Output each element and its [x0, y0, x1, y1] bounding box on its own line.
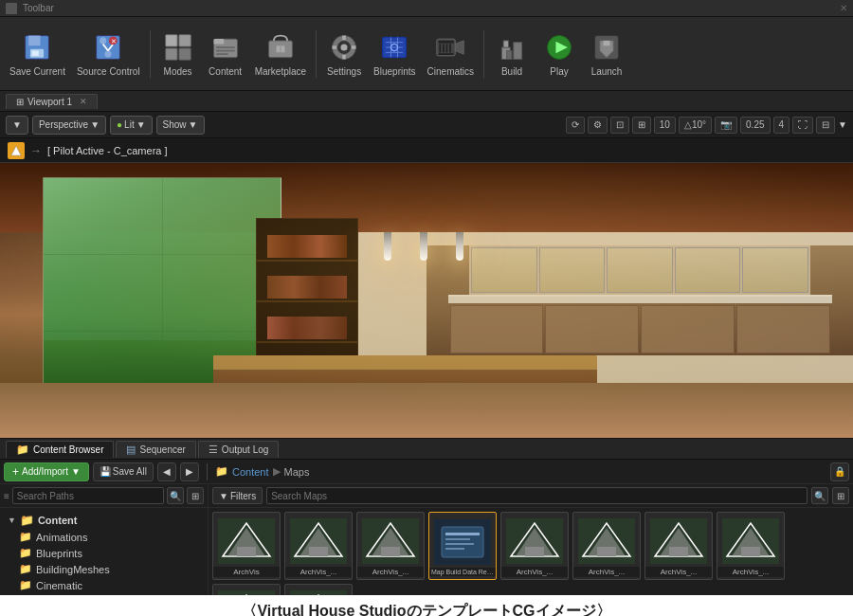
filter-icon: ▼: [219, 491, 228, 501]
marketplace-button[interactable]: Marketplace: [249, 27, 312, 81]
pilot-icon: [8, 142, 25, 159]
sequencer-tab-label: Sequencer: [139, 444, 185, 455]
viewport-render[interactable]: [0, 163, 853, 438]
search-maps-input[interactable]: [266, 487, 808, 504]
asset-preview-4: [429, 516, 496, 568]
vp-maximize-btn[interactable]: ⊡: [610, 117, 629, 134]
folder-content-icon: 📁: [20, 514, 34, 527]
asset-map-build-data[interactable]: Map Build Data Registry: [428, 512, 497, 580]
folder-animations-label: Animations: [36, 532, 87, 543]
viewport-grid-icon: ⊞: [16, 97, 24, 107]
log-tab-icon: ☰: [209, 444, 218, 456]
launch-button[interactable]: Launch: [583, 27, 630, 81]
sequencer-tab-icon: ▤: [126, 444, 136, 456]
svg-rect-1: [29, 36, 41, 46]
svg-rect-47: [503, 41, 508, 47]
vp-camera-icon[interactable]: 📷: [715, 117, 737, 134]
save-all-button[interactable]: 💾 Save All: [93, 462, 154, 481]
vp-camera-speed[interactable]: 4: [773, 117, 790, 134]
vp-fullscreen[interactable]: ⛶: [792, 117, 813, 134]
asset-archvis-7[interactable]: ArchVis_...: [644, 512, 713, 580]
content-browser-tab[interactable]: 📁 Content Browser: [6, 441, 114, 458]
asset-archvis-1[interactable]: ArchVis: [212, 512, 281, 580]
asset-archvis-8[interactable]: ArchVis_...: [717, 512, 785, 580]
add-import-button[interactable]: + Add/Import ▼: [4, 462, 89, 481]
marketplace-icon: [263, 30, 298, 64]
svg-rect-28: [342, 55, 346, 59]
realtime-btn[interactable]: ⟳: [566, 117, 585, 134]
cinematics-icon: [433, 30, 467, 64]
asset-archvis-2[interactable]: ArchVis_...: [284, 512, 353, 580]
svg-point-7: [105, 51, 112, 58]
filters-button[interactable]: ▼ Filters: [212, 487, 263, 504]
folder-animations[interactable]: 📁 Animations: [0, 529, 208, 545]
search-maps-btn[interactable]: 🔍: [811, 487, 828, 504]
svg-rect-29: [333, 45, 336, 49]
show-label: Show: [163, 119, 187, 130]
folder-content[interactable]: ▼ 📁 Content: [0, 512, 208, 529]
source-control-button[interactable]: ✕ Source Control: [71, 27, 146, 81]
settings-button[interactable]: Settings: [320, 27, 368, 81]
asset-archvis-5[interactable]: ArchVis_...: [500, 512, 569, 580]
folder-buildingmeshes[interactable]: 📁 BuildingMeshes: [0, 561, 208, 577]
asset-archvis-6[interactable]: ArchVis_...: [572, 512, 641, 580]
search-paths-input[interactable]: [12, 487, 164, 504]
save-current-button[interactable]: Save Current: [4, 27, 71, 81]
content-icon: [209, 30, 243, 64]
toolbar-close[interactable]: ✕: [840, 3, 847, 13]
dropdown-icon: ▼: [12, 119, 22, 130]
svg-rect-48: [514, 43, 522, 60]
viewport-menu-button[interactable]: ▼: [6, 116, 28, 135]
vp-layout[interactable]: ⊟: [816, 117, 835, 134]
vp-grid-size[interactable]: 10: [654, 117, 676, 134]
add-import-label: Add/Import: [22, 466, 68, 477]
lit-button[interactable]: ● Lit ▼: [110, 116, 153, 135]
output-log-tab[interactable]: ☰ Output Log: [198, 441, 279, 458]
search-maps-options[interactable]: ⊞: [832, 487, 849, 504]
cb-settings-btn[interactable]: 🔒: [830, 462, 849, 481]
toolbar-title: Toolbar: [23, 3, 54, 13]
folder-cinematic[interactable]: 📁 Cinematic: [0, 577, 208, 593]
sep1: [150, 30, 151, 78]
caption-bar: 〈Virtual House StudioのテンプレートCGイメージ〉: [0, 595, 853, 616]
scene-floor: [0, 383, 853, 438]
breadcrumb-content[interactable]: Content: [232, 466, 269, 478]
folder-blueprints[interactable]: 📁 Blueprints: [0, 545, 208, 561]
svg-rect-14: [179, 35, 191, 46]
cinematics-button[interactable]: Cinematics: [422, 27, 480, 81]
show-button[interactable]: Show ▼: [156, 116, 205, 135]
vp-grid-btn[interactable]: ⊞: [632, 117, 651, 134]
save-all-label: Save All: [113, 466, 147, 477]
viewport-tab[interactable]: ⊞ Viewport 1 ✕: [6, 94, 98, 109]
sidebar-menu-icon[interactable]: ≡: [4, 491, 9, 501]
content-label: Content: [209, 66, 242, 77]
sequencer-tab[interactable]: ▤ Sequencer: [116, 441, 195, 458]
asset-preview-3: [357, 515, 424, 567]
build-button[interactable]: Build: [488, 27, 535, 81]
asset-name-6: ArchVis_...: [573, 567, 640, 577]
perspective-button[interactable]: Perspective ▼: [32, 116, 106, 135]
nav-back-button[interactable]: ◀: [157, 462, 176, 481]
sep3: [483, 30, 484, 78]
asset-archvis-rt[interactable]: ArchVis_RT: [284, 584, 353, 595]
content-button[interactable]: Content: [202, 27, 249, 81]
asset-name-8: ArchVis_...: [717, 567, 784, 577]
modes-button[interactable]: Modes: [154, 27, 202, 81]
blueprints-button[interactable]: Blueprints: [368, 27, 421, 81]
vp-angle: △ 10°: [679, 117, 712, 134]
asset-archvis-9[interactable]: ArchVis_...: [212, 584, 281, 595]
play-button[interactable]: Play: [535, 27, 583, 81]
vp-options-btn[interactable]: ⚙: [588, 117, 608, 134]
viewport-tab-close[interactable]: ✕: [80, 97, 87, 106]
vp-layout-dropdown[interactable]: ▼: [838, 119, 847, 130]
breadcrumb-maps[interactable]: Maps: [284, 466, 310, 478]
show-dropdown-icon: ▼: [189, 119, 198, 130]
search-paths-btn[interactable]: 🔍: [167, 487, 184, 504]
nav-forward-button[interactable]: ▶: [180, 462, 199, 481]
svg-rect-45: [449, 44, 451, 52]
search-paths-options[interactable]: ⊞: [187, 487, 204, 504]
asset-archvis-3[interactable]: ArchVis_...: [356, 512, 425, 580]
svg-rect-58: [237, 547, 256, 556]
blueprints-label: Blueprints: [373, 66, 415, 77]
vp-scale[interactable]: 0.25: [740, 117, 770, 134]
